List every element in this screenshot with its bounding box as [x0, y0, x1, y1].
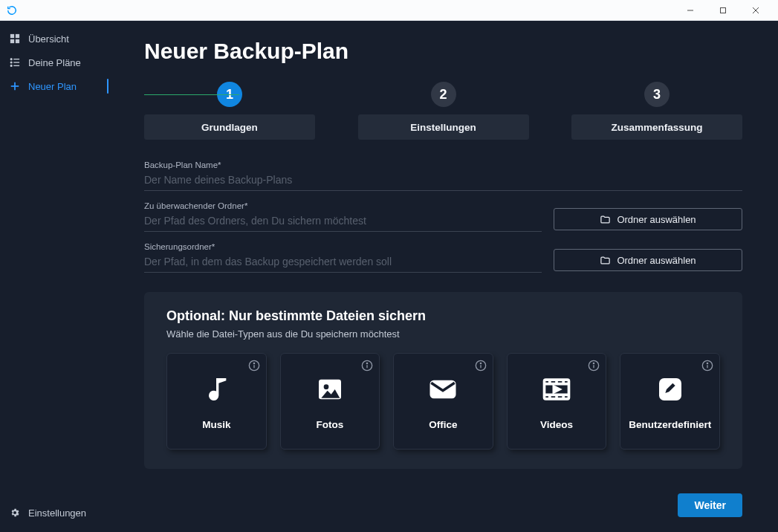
filetype-card-photos[interactable]: Fotos: [280, 353, 380, 450]
step-2[interactable]: 2 Einstellungen: [358, 82, 529, 140]
mail-icon: [427, 373, 459, 406]
list-icon: [9, 56, 21, 68]
step-3[interactable]: 3 Zusammenfassung: [571, 82, 742, 140]
svg-point-21: [367, 363, 368, 363]
svg-point-30: [594, 363, 594, 363]
info-icon[interactable]: [248, 360, 260, 372]
info-icon[interactable]: [701, 360, 713, 372]
svg-point-26: [480, 363, 481, 363]
step-circle: 3: [644, 82, 670, 107]
sidebar-item-label: Einstellungen: [28, 507, 86, 519]
window-minimize-button[interactable]: [674, 2, 707, 19]
photo-icon: [314, 373, 346, 406]
dest-folder-input[interactable]: [144, 253, 542, 273]
choose-watch-folder-button[interactable]: Ordner auswählen: [554, 208, 742, 230]
sidebar-item-new-plan[interactable]: Neuer Plan: [0, 74, 108, 98]
filetype-label: Office: [429, 419, 457, 430]
button-label: Ordner auswählen: [617, 214, 696, 225]
filetype-label: Videos: [540, 419, 573, 430]
step-label: Einstellungen: [358, 114, 529, 140]
plus-icon: [9, 80, 21, 92]
page-title: Neuer Backup-Plan: [144, 39, 742, 64]
svg-point-23: [324, 384, 329, 389]
window-titlebar: [0, 0, 778, 21]
folder-icon: [600, 214, 611, 225]
info-icon[interactable]: [475, 360, 487, 372]
filetype-label: Benutzerdefiniert: [629, 419, 711, 430]
sidebar-item-settings[interactable]: Einstellungen: [0, 501, 108, 525]
wizard-stepper: 1 Grundlagen 2 Einstellungen 3 Zusammenf…: [144, 82, 742, 140]
svg-point-18: [253, 363, 254, 363]
name-label: Backup-Plan Name*: [144, 160, 742, 169]
svg-rect-6: [10, 39, 14, 43]
svg-point-10: [10, 62, 12, 63]
next-button[interactable]: Weiter: [678, 493, 742, 517]
window-close-button[interactable]: [739, 2, 772, 19]
step-label: Grundlagen: [144, 114, 315, 140]
filetype-label: Musik: [202, 419, 230, 430]
optional-filetypes-card: Optional: Nur bestimmte Dateien sichern …: [144, 292, 742, 469]
svg-rect-1: [721, 7, 726, 13]
step-label: Zusammenfassung: [571, 114, 742, 140]
app-icon: [6, 4, 18, 16]
filetype-card-office[interactable]: Office: [393, 353, 493, 450]
svg-rect-4: [10, 34, 14, 38]
main-panel: Neuer Backup-Plan 1 Grundlagen 2 Einstel…: [108, 21, 778, 532]
step-circle: 2: [431, 82, 456, 107]
svg-point-12: [10, 65, 12, 67]
music-icon: [200, 373, 233, 406]
info-icon[interactable]: [588, 360, 600, 372]
filetype-card-music[interactable]: Musik: [166, 353, 267, 450]
filetype-label: Fotos: [317, 419, 344, 430]
svg-point-43: [707, 363, 707, 363]
watch-folder-input[interactable]: [144, 212, 542, 232]
folder-icon: [600, 255, 611, 266]
button-label: Ordner auswählen: [617, 255, 696, 266]
edit-icon: [654, 373, 687, 406]
dashboard-icon: [9, 33, 21, 45]
choose-dest-folder-button[interactable]: Ordner auswählen: [554, 249, 742, 271]
sidebar: Übersicht Deine Pläne Neuer Plan Einstel…: [0, 21, 108, 532]
plan-name-input[interactable]: [144, 171, 742, 191]
info-icon[interactable]: [361, 360, 373, 372]
sidebar-item-label: Deine Pläne: [28, 57, 81, 68]
video-icon: [540, 373, 573, 406]
svg-point-8: [10, 59, 12, 60]
sidebar-item-plans[interactable]: Deine Pläne: [0, 51, 108, 74]
window-maximize-button[interactable]: [707, 2, 739, 19]
dest-label: Sicherungsordner*: [144, 242, 542, 251]
filetype-card-custom[interactable]: Benutzerdefiniert: [620, 353, 720, 450]
sidebar-item-label: Übersicht: [28, 33, 69, 45]
filetype-card-videos[interactable]: Videos: [507, 353, 607, 450]
svg-rect-7: [16, 39, 19, 43]
gear-icon: [9, 507, 21, 519]
svg-rect-5: [16, 34, 19, 38]
svg-marker-40: [554, 386, 559, 392]
stepper-progress-line: [144, 94, 239, 95]
step-1[interactable]: 1 Grundlagen: [144, 82, 315, 140]
sidebar-item-overview[interactable]: Übersicht: [0, 27, 108, 51]
sidebar-item-label: Neuer Plan: [28, 81, 77, 92]
optional-subtitle: Wähle die Datei-Typen aus die Du speiche…: [166, 328, 720, 340]
watch-label: Zu überwachender Ordner*: [144, 201, 542, 210]
optional-title: Optional: Nur bestimmte Dateien sichern: [166, 308, 720, 324]
